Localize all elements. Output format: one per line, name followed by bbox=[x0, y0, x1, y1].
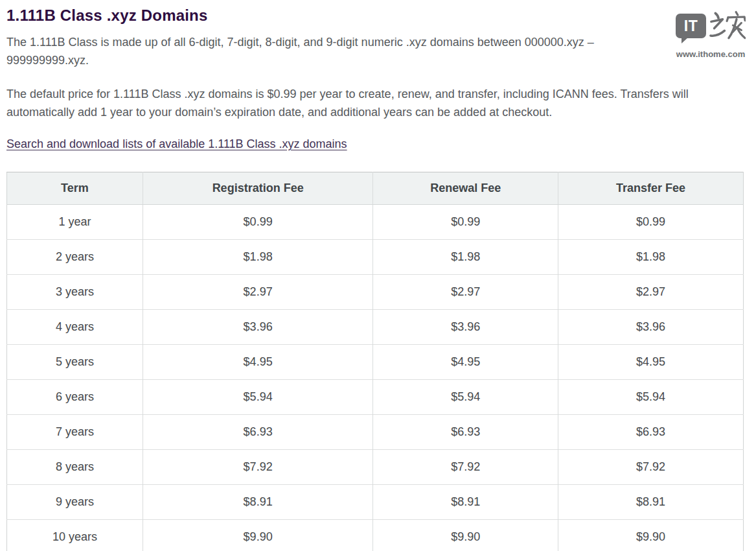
table-row: 2 years $1.98 $1.98 $1.98 bbox=[7, 240, 744, 275]
table-header-row: Term Registration Fee Renewal Fee Transf… bbox=[7, 172, 744, 205]
transfer-fee-cell: $6.93 bbox=[558, 415, 744, 450]
transfer-fee-cell: $5.94 bbox=[558, 380, 744, 415]
term-cell: 10 years bbox=[7, 520, 143, 551]
renewal-fee-cell: $6.93 bbox=[373, 415, 558, 450]
pricing-table: Term Registration Fee Renewal Fee Transf… bbox=[6, 172, 744, 551]
transfer-fee-cell: $0.99 bbox=[558, 205, 744, 240]
transfer-fee-cell: $2.97 bbox=[558, 275, 744, 310]
ithome-logo: IT www.itho bbox=[676, 9, 746, 59]
registration-fee-cell: $2.97 bbox=[143, 275, 373, 310]
table-row: 7 years $6.93 $6.93 $6.93 bbox=[7, 415, 744, 450]
ithome-bubble-icon: IT bbox=[676, 14, 706, 38]
page-title: 1.111B Class .xyz Domains bbox=[6, 6, 744, 25]
table-row: 10 years $9.90 $9.90 $9.90 bbox=[7, 520, 744, 551]
registration-fee-cell: $1.98 bbox=[143, 240, 373, 275]
registration-fee-cell: $9.90 bbox=[143, 520, 373, 551]
renewal-fee-cell: $5.94 bbox=[373, 380, 558, 415]
table-row: 8 years $7.92 $7.92 $7.92 bbox=[7, 450, 744, 485]
column-header-transfer-fee: Transfer Fee bbox=[558, 172, 744, 205]
transfer-fee-cell: $9.90 bbox=[558, 520, 744, 551]
column-header-registration-fee: Registration Fee bbox=[143, 172, 373, 205]
renewal-fee-cell: $3.96 bbox=[373, 310, 558, 345]
registration-fee-cell: $3.96 bbox=[143, 310, 373, 345]
renewal-fee-cell: $8.91 bbox=[373, 485, 558, 520]
transfer-fee-cell: $7.92 bbox=[558, 450, 744, 485]
registration-fee-cell: $8.91 bbox=[143, 485, 373, 520]
term-cell: 2 years bbox=[7, 240, 143, 275]
renewal-fee-cell: $0.99 bbox=[373, 205, 558, 240]
table-row: 1 year $0.99 $0.99 $0.99 bbox=[7, 205, 744, 240]
term-cell: 1 year bbox=[7, 205, 143, 240]
renewal-fee-cell: $9.90 bbox=[373, 520, 558, 551]
term-cell: 6 years bbox=[7, 380, 143, 415]
transfer-fee-cell: $3.96 bbox=[558, 310, 744, 345]
download-link-row: Search and download lists of available 1… bbox=[6, 137, 744, 151]
term-cell: 9 years bbox=[7, 485, 143, 520]
intro-paragraph: The 1.111B Class is made up of all 6-dig… bbox=[6, 33, 674, 69]
term-cell: 8 years bbox=[7, 450, 143, 485]
ithome-bubble-label: IT bbox=[684, 18, 698, 35]
registration-fee-cell: $7.92 bbox=[143, 450, 373, 485]
renewal-fee-cell: $7.92 bbox=[373, 450, 558, 485]
table-row: 6 years $5.94 $5.94 $5.94 bbox=[7, 380, 744, 415]
registration-fee-cell: $0.99 bbox=[143, 205, 373, 240]
ithome-url-label: www.ithome.com bbox=[676, 49, 745, 59]
renewal-fee-cell: $2.97 bbox=[373, 275, 558, 310]
registration-fee-cell: $4.95 bbox=[143, 345, 373, 380]
pricing-paragraph: The default price for 1.111B Class .xyz … bbox=[6, 85, 744, 121]
table-row: 9 years $8.91 $8.91 $8.91 bbox=[7, 485, 744, 520]
term-cell: 4 years bbox=[7, 310, 143, 345]
ithome-bubble-tail-icon bbox=[682, 38, 688, 43]
table-row: 3 years $2.97 $2.97 $2.97 bbox=[7, 275, 744, 310]
table-row: 4 years $3.96 $3.96 $3.96 bbox=[7, 310, 744, 345]
term-cell: 7 years bbox=[7, 415, 143, 450]
column-header-renewal-fee: Renewal Fee bbox=[373, 172, 558, 205]
term-cell: 3 years bbox=[7, 275, 143, 310]
table-row: 5 years $4.95 $4.95 $4.95 bbox=[7, 345, 744, 380]
registration-fee-cell: $5.94 bbox=[143, 380, 373, 415]
transfer-fee-cell: $1.98 bbox=[558, 240, 744, 275]
page: IT www.itho bbox=[0, 0, 756, 551]
ithome-logo-top: IT bbox=[676, 9, 746, 43]
renewal-fee-cell: $1.98 bbox=[373, 240, 558, 275]
transfer-fee-cell: $4.95 bbox=[558, 345, 744, 380]
term-cell: 5 years bbox=[7, 345, 143, 380]
registration-fee-cell: $6.93 bbox=[143, 415, 373, 450]
renewal-fee-cell: $4.95 bbox=[373, 345, 558, 380]
ithome-cjk-calligraphy-icon bbox=[709, 9, 746, 43]
transfer-fee-cell: $8.91 bbox=[558, 485, 744, 520]
search-download-link[interactable]: Search and download lists of available 1… bbox=[6, 137, 347, 150]
column-header-term: Term bbox=[7, 172, 143, 205]
